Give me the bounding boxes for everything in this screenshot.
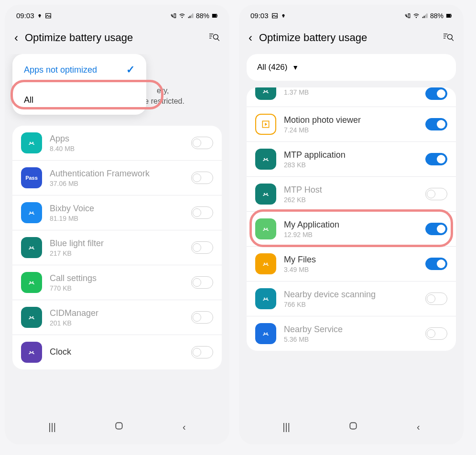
optimize-toggle[interactable] (425, 223, 447, 235)
optimize-toggle[interactable] (425, 327, 447, 340)
app-info: MTP application 283 KB (284, 150, 418, 169)
app-row[interactable]: Nearby Service 5.36 MB (247, 316, 456, 351)
app-info: Apps 8.40 MB (50, 134, 184, 152)
optimize-toggle[interactable] (191, 206, 213, 219)
optimize-toggle[interactable] (425, 258, 447, 270)
nav-recents[interactable]: ||| (48, 422, 56, 433)
svg-rect-31 (282, 16, 284, 17)
optimize-toggle[interactable] (425, 118, 447, 130)
app-row[interactable]: Pass Authentication Framework 37.06 MB (12, 160, 222, 195)
nav-back[interactable]: ‹ (183, 422, 186, 433)
back-button[interactable]: ‹ (14, 31, 18, 44)
app-name: Clock (50, 347, 184, 357)
svg-rect-38 (446, 14, 450, 17)
svg-point-14 (213, 34, 218, 39)
app-icon (255, 149, 276, 170)
app-row[interactable]: Clock (12, 335, 222, 369)
app-icon (21, 202, 42, 223)
status-bar: 09:03 88% (5, 5, 229, 24)
app-name: Nearby device scanning (284, 290, 418, 300)
filter-card: All (426) ▼ (247, 54, 456, 81)
optimize-toggle[interactable] (191, 241, 213, 254)
app-row[interactable]: CIDManager 201 KB (12, 300, 222, 335)
app-name: CIDManager (50, 308, 184, 318)
app-row[interactable]: My Application 12.92 MB (247, 211, 456, 246)
app-row[interactable]: Blue light filter 217 KB (12, 230, 222, 265)
nav-recents[interactable]: ||| (282, 422, 290, 433)
app-row[interactable]: Call settings 770 KB (12, 265, 222, 300)
dropdown-option-not-optimized[interactable]: Apps not optimized ✓ (12, 54, 146, 86)
back-button[interactable]: ‹ (249, 31, 252, 44)
caret-down-icon: ▼ (292, 64, 299, 71)
svg-rect-4 (188, 17, 189, 18)
optimize-toggle[interactable] (425, 188, 447, 200)
app-info: Authentication Framework 37.06 MB (50, 169, 184, 187)
svg-point-57 (264, 298, 265, 299)
app-row[interactable]: Bixby Voice 81.19 MB (12, 195, 222, 230)
vibrate-icon (170, 12, 177, 19)
svg-rect-6 (191, 14, 192, 18)
svg-rect-5 (190, 16, 191, 18)
optimize-toggle[interactable] (191, 276, 213, 289)
optimize-toggle[interactable] (191, 137, 213, 149)
app-row[interactable]: Nearby device scanning 766 KB (247, 281, 456, 316)
app-row[interactable]: My Files 3.49 MB (247, 246, 456, 281)
signal-icon (422, 12, 428, 19)
app-icon (255, 114, 276, 135)
app-icon (255, 87, 276, 100)
app-row[interactable]: MTP Host 262 KB (247, 176, 456, 211)
app-row[interactable]: Apps 8.40 MB (12, 126, 222, 160)
app-name: Nearby Service (284, 325, 418, 335)
app-name: Call settings (50, 273, 184, 283)
svg-point-32 (416, 17, 417, 18)
app-name: Bixby Voice (50, 204, 184, 214)
dropdown-option-all[interactable]: All (12, 86, 146, 115)
dropdown-label-selected: Apps not optimized (24, 65, 97, 75)
svg-point-46 (266, 90, 268, 92)
search-button[interactable] (208, 32, 220, 44)
app-icon (21, 237, 42, 258)
app-name: MTP Host (284, 185, 418, 195)
app-name: MTP application (284, 150, 418, 160)
page-title: Optimize battery usage (259, 32, 436, 44)
app-row[interactable]: 1.37 MB (247, 87, 456, 107)
bulb-icon (37, 13, 42, 18)
optimize-toggle[interactable] (425, 87, 447, 100)
image-icon (45, 12, 52, 19)
bulb-icon (281, 13, 286, 18)
svg-marker-48 (265, 123, 267, 126)
svg-point-60 (266, 333, 268, 334)
filter-dropdown-closed[interactable]: All (426) ▼ (247, 54, 456, 81)
app-name: My Application (284, 220, 418, 230)
nav-back[interactable]: ‹ (417, 422, 420, 433)
app-icon (21, 132, 42, 153)
app-info: Nearby Service 5.36 MB (284, 325, 418, 343)
app-size: 283 KB (284, 161, 418, 169)
optimize-toggle[interactable] (191, 311, 213, 324)
svg-point-58 (266, 298, 268, 299)
svg-point-49 (264, 158, 265, 160)
svg-point-19 (32, 212, 33, 213)
nav-home[interactable] (114, 421, 124, 433)
filter-dropdown: Apps not optimized ✓ All (12, 54, 146, 115)
app-size: 7.24 MB (284, 126, 418, 134)
svg-point-56 (266, 263, 268, 264)
app-info: Bixby Voice 81.19 MB (50, 204, 184, 222)
optimize-toggle[interactable] (191, 346, 213, 358)
battery-icon (211, 12, 218, 19)
svg-rect-1 (39, 16, 40, 17)
status-bar: 09:03 88% (239, 5, 464, 24)
app-list-card: 1.37 MB Motion photo viewer 7.24 MB MTP … (247, 87, 456, 351)
wifi-icon (179, 12, 185, 19)
app-list-card: Apps 8.40 MB Pass Authentication Framewo… (12, 126, 222, 369)
svg-point-55 (264, 263, 265, 264)
optimize-toggle[interactable] (425, 292, 447, 305)
svg-point-20 (30, 247, 31, 248)
app-row[interactable]: Motion photo viewer 7.24 MB (247, 107, 456, 141)
search-button[interactable] (443, 32, 454, 44)
app-row[interactable]: MTP application 283 KB (247, 141, 456, 176)
nav-home[interactable] (348, 421, 358, 433)
app-size: 1.37 MB (284, 88, 418, 96)
optimize-toggle[interactable] (425, 153, 447, 165)
optimize-toggle[interactable] (191, 172, 213, 184)
